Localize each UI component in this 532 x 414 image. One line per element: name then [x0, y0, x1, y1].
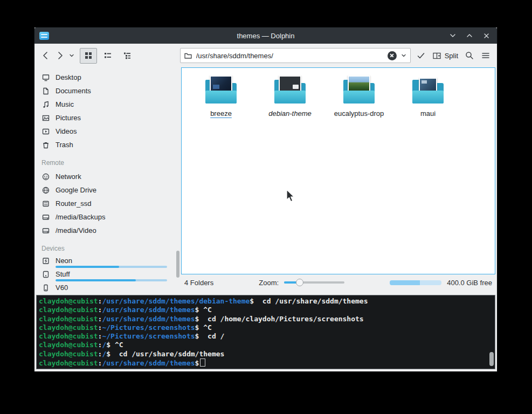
- forward-icon: [55, 51, 65, 60]
- sidebar-item-router-ssd[interactable]: Router_ssd: [34, 197, 181, 210]
- zoom-label: Zoom:: [259, 279, 279, 287]
- sidebar-item-label: Videos: [56, 127, 77, 135]
- dolphin-app-icon: [39, 32, 49, 40]
- sidebar-item-label: Documents: [56, 87, 91, 95]
- details-view-icon: [123, 51, 132, 60]
- sidebar-item-v60[interactable]: V60: [34, 282, 181, 296]
- search-icon: [465, 51, 474, 60]
- forward-button[interactable]: [55, 51, 65, 60]
- network-icon: [42, 172, 50, 181]
- folder-item-maui[interactable]: maui: [400, 75, 455, 118]
- hard-drive-icon: [42, 213, 50, 222]
- compact-view-icon: [103, 51, 112, 60]
- terminal-scrollbar-handle[interactable]: [489, 352, 494, 366]
- folder-label: maui: [420, 109, 436, 118]
- search-button[interactable]: [465, 51, 474, 60]
- sidebar-item-label: Google Drive: [56, 186, 96, 194]
- zoom-slider[interactable]: [284, 281, 344, 284]
- split-view-icon: [432, 51, 441, 60]
- location-dropdown-chevron-icon[interactable]: [400, 52, 407, 59]
- folder-icon: [203, 75, 239, 107]
- maximize-button[interactable]: [466, 32, 473, 39]
- sidebar-item-neon[interactable]: Neon: [34, 256, 181, 269]
- folder-preview-thumbnail: [348, 75, 370, 92]
- drive-icon: [42, 270, 50, 279]
- sidebar-item-label: /media/Backups: [56, 213, 106, 221]
- compact-view-button[interactable]: [99, 48, 116, 64]
- details-view-button[interactable]: [119, 48, 136, 64]
- terminal-panel[interactable]: claydoh@cubist:/usr/share/sddm/themes/de…: [36, 295, 495, 369]
- dolphin-window: themes — Dolphin: [34, 27, 498, 372]
- terminal-line: claydoh@cubist:/usr/share/sddm/themes$ c…: [39, 315, 493, 323]
- document-icon: [42, 87, 50, 95]
- icons-view-button[interactable]: [80, 48, 97, 64]
- accept-location-button[interactable]: [416, 51, 426, 60]
- folder-icon: [410, 75, 446, 107]
- toolbar: /usr/share/sddm/themes/ Split: [34, 44, 497, 67]
- google-drive-icon: [42, 186, 50, 195]
- folder-label: breeze: [210, 109, 232, 118]
- close-icon: [483, 33, 489, 39]
- server-icon: [42, 199, 50, 208]
- free-space-label: 400.0 GiB free: [447, 279, 492, 287]
- sidebar-item-media-video[interactable]: /media/Video: [34, 224, 181, 237]
- maximize-icon: [466, 32, 473, 39]
- icons-view-icon: [84, 51, 93, 60]
- minimize-button[interactable]: [449, 32, 457, 39]
- chevron-down-icon: [69, 53, 74, 58]
- sidebar-item-music[interactable]: Music: [34, 98, 181, 111]
- split-button[interactable]: Split: [432, 51, 458, 60]
- desktop-icon: [42, 73, 50, 82]
- minimize-icon: [450, 32, 456, 39]
- sidebar-item-label: Desktop: [56, 73, 81, 81]
- sidebar-item-label: Neon: [56, 257, 167, 265]
- sidebar-item-media-backups[interactable]: /media/Backups: [34, 210, 181, 224]
- folder-count-label: 4 Folders: [184, 279, 213, 287]
- sidebar-item-label: V60: [56, 284, 167, 292]
- music-note-icon: [42, 100, 50, 109]
- close-button[interactable]: [482, 32, 490, 39]
- folder-item-eucalyptus-drop[interactable]: eucalyptus-drop: [331, 75, 386, 118]
- folder-view[interactable]: breeze debian-theme: [181, 67, 495, 274]
- history-dropdown-button[interactable]: [69, 53, 74, 58]
- sidebar-item-network[interactable]: Network: [34, 170, 181, 183]
- partition-icon: [42, 257, 50, 265]
- sidebar-item-label: Router_ssd: [56, 199, 91, 208]
- location-bar[interactable]: /usr/share/sddm/themes/: [180, 48, 411, 63]
- trash-icon: [42, 141, 50, 149]
- free-space-bar: [390, 280, 441, 285]
- sidebar-section-remote: Remote: [34, 151, 181, 170]
- sidebar-item-documents[interactable]: Documents: [34, 84, 181, 98]
- back-button[interactable]: [41, 51, 51, 60]
- sidebar-item-google-drive[interactable]: Google Drive: [34, 183, 181, 197]
- terminal-cursor: [200, 358, 205, 367]
- zoom-slider-knob[interactable]: [296, 279, 303, 286]
- sidebar-scrollbar[interactable]: [176, 251, 179, 278]
- sidebar-item-pictures[interactable]: Pictures: [34, 111, 181, 125]
- titlebar[interactable]: themes — Dolphin: [34, 27, 497, 44]
- sidebar-item-desktop[interactable]: Desktop: [34, 71, 181, 84]
- sidebar-item-videos[interactable]: Videos: [34, 125, 181, 138]
- sidebar-item-label: Trash: [56, 141, 73, 149]
- terminal-line: claydoh@cubist:/usr/share/sddm/themes$ ^…: [39, 306, 493, 314]
- terminal-scrollbar[interactable]: [489, 297, 494, 367]
- mouse-cursor: [284, 189, 296, 203]
- terminal-line: claydoh@cubist:/usr/share/sddm/themes/de…: [39, 297, 493, 306]
- back-icon: [41, 51, 51, 60]
- folder-item-breeze[interactable]: breeze: [194, 75, 248, 118]
- video-icon: [42, 127, 50, 136]
- terminal-line: claydoh@cubist:~/Pictures/screenshots$ c…: [39, 332, 493, 341]
- folder-item-debian-theme[interactable]: debian-theme: [262, 75, 317, 118]
- clear-location-button[interactable]: [388, 51, 397, 60]
- disk-usage-bar: [56, 266, 167, 268]
- desktop-background: { "window": { "title": "themes — Dolphin…: [0, 0, 532, 414]
- sidebar-item-trash[interactable]: Trash: [34, 138, 181, 151]
- location-text[interactable]: /usr/share/sddm/themes/: [196, 52, 384, 60]
- terminal-line: claydoh@cubist:/$ ^C: [39, 341, 493, 349]
- folder-icon: [341, 75, 377, 107]
- statusbar: 4 Folders Zoom: 400.0 GiB free: [181, 274, 495, 291]
- menu-button[interactable]: [481, 51, 490, 60]
- sidebar-item-stuff[interactable]: Stuff: [34, 269, 181, 282]
- terminal-line: claydoh@cubist:~/Pictures/screenshots$ ^…: [39, 323, 493, 332]
- sidebar-item-label: /media/Video: [56, 226, 96, 234]
